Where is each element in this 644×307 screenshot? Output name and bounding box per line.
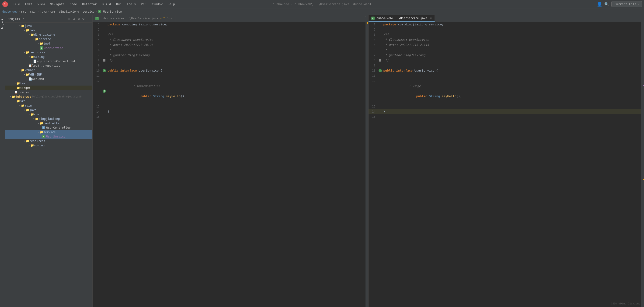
tab-more-icon[interactable]: ⋮ bbox=[638, 15, 644, 22]
tree-item-log4j[interactable]: 📋 log4j.properties bbox=[5, 63, 92, 68]
code-line: 4 * ClassName: UserService bbox=[92, 37, 368, 42]
tree-item-java[interactable]: ▾ 📁 java bbox=[5, 23, 92, 28]
method-gutter-icon[interactable]: I bbox=[103, 89, 106, 93]
menu-navigate[interactable]: Navigate bbox=[48, 1, 67, 7]
line-content bbox=[106, 73, 368, 78]
left-tab-userservice[interactable]: I dubbo-service\...\UserService.java ⚠ 2… bbox=[92, 15, 176, 22]
menu-refactor[interactable]: Refactor bbox=[80, 1, 99, 7]
tree-item-spring-1[interactable]: ▾ 📁 spring bbox=[5, 54, 92, 59]
right-tab-userservice[interactable]: I dubbo-web\...\UserService.java ✕ bbox=[368, 15, 435, 22]
line-gutter bbox=[378, 53, 382, 58]
code-line: 15 bbox=[368, 114, 644, 119]
line-gutter bbox=[378, 22, 382, 27]
tree-item-webxml[interactable]: 📄 web.xml bbox=[5, 77, 92, 81]
breadcrumb-userservice[interactable]: UserService bbox=[103, 10, 122, 13]
tree-item-webapp[interactable]: ▾ 📁 webapp bbox=[5, 68, 92, 72]
line-gutter: I bbox=[102, 78, 106, 104]
breadcrumb-java[interactable]: java bbox=[40, 10, 47, 13]
line-number: 6 bbox=[368, 47, 378, 53]
menu-window[interactable]: Window bbox=[149, 1, 165, 7]
line-gutter bbox=[102, 22, 106, 27]
interface-gutter-icon[interactable]: I bbox=[378, 69, 382, 72]
menu-build[interactable]: Build bbox=[100, 1, 113, 7]
line-gutter bbox=[102, 32, 106, 37]
project-actions: ◎ ⊟ ⊞ ⚙ — bbox=[67, 16, 90, 21]
breadcrumb-main[interactable]: main bbox=[30, 10, 36, 13]
line-number: 9 bbox=[368, 63, 378, 68]
menu-vcs[interactable]: VCS bbox=[138, 1, 148, 7]
code-line: 10 I public interface UserService { bbox=[92, 68, 368, 73]
tree-item-spring-2[interactable]: › 📁 spring bbox=[5, 143, 92, 148]
tree-item-dubbo-web[interactable]: ▾ 📁 dubbo-web D:\DingJiaxiong\IdeaProjec… bbox=[5, 94, 92, 99]
change-marker bbox=[643, 85, 644, 86]
line-number: 3 bbox=[368, 32, 378, 37]
line-content: public interface UserService { bbox=[382, 68, 644, 73]
menu-tools[interactable]: Tools bbox=[124, 1, 138, 7]
menu-edit[interactable]: Edit bbox=[23, 1, 34, 7]
left-code-editor[interactable]: 1 package com.dingjiaxiong.service; 2 3 bbox=[92, 22, 368, 307]
code-line: 1 package com.dingjiaxiong.service; bbox=[92, 22, 368, 27]
close-panel-icon[interactable]: — bbox=[86, 16, 90, 21]
tree-item-webinf[interactable]: ▾ 📁 WEB-INF bbox=[5, 72, 92, 77]
tree-item-resources-2[interactable]: ▾ 📁 resources bbox=[5, 139, 92, 143]
tree-item-impl[interactable]: › 📁 impl bbox=[5, 41, 92, 46]
tree-item-com[interactable]: ▾ 📁 com bbox=[5, 28, 92, 32]
tree-item-controller[interactable]: ▾ 📁 controller bbox=[5, 121, 92, 125]
breadcrumb-service[interactable]: service bbox=[82, 10, 94, 13]
line-number: 5 bbox=[92, 42, 102, 47]
props-icon: 📋 bbox=[28, 64, 32, 67]
search-icon[interactable]: 🔍 bbox=[604, 2, 609, 6]
tab-more-icon[interactable]: ⋮ bbox=[362, 15, 368, 22]
tree-item-test[interactable]: › 📁 test bbox=[5, 81, 92, 85]
interface-gutter-icon[interactable]: I bbox=[103, 69, 106, 72]
code-line: 8 */ bbox=[92, 58, 368, 63]
line-number: 11 bbox=[92, 73, 102, 78]
breadcrumb-module[interactable]: dubbo-web bbox=[2, 10, 18, 13]
menu-file[interactable]: File bbox=[10, 1, 22, 7]
tree-item-resources-1[interactable]: ▾ 📁 resources bbox=[5, 50, 92, 54]
sidebar-tab-project[interactable]: Project bbox=[0, 17, 5, 31]
settings-icon[interactable]: ⚙ bbox=[82, 16, 85, 21]
tree-item-java-2[interactable]: ▾ 📁 java bbox=[5, 108, 92, 112]
menu-run[interactable]: Run bbox=[114, 1, 124, 7]
breadcrumb-dingjiaxiong[interactable]: dingjiaxiong bbox=[59, 10, 79, 13]
tree-item-usercontroller[interactable]: C UserController bbox=[5, 125, 92, 130]
breadcrumb-src[interactable]: src bbox=[21, 10, 26, 13]
tree-item-dingjiaxiong-2[interactable]: ▾ 📁 dingjiaxiong bbox=[5, 117, 92, 121]
line-number: 12 bbox=[368, 78, 378, 104]
tree-item-dingjiaxiong[interactable]: ▾ 📁 dingjiaxiong bbox=[5, 32, 92, 37]
expand-arrow-icon: › bbox=[38, 42, 39, 45]
tab-interface-badge: I bbox=[96, 17, 99, 20]
folder-icon: 📁 bbox=[26, 73, 30, 76]
editor-area: I dubbo-service\...\UserService.java ⚠ 2… bbox=[92, 15, 644, 307]
tab-close-icon[interactable]: ✕ bbox=[430, 16, 432, 19]
tree-item-src[interactable]: ▾ 📁 src bbox=[5, 99, 92, 103]
account-icon[interactable]: 👤 bbox=[597, 2, 602, 6]
code-line: 1 package com.dingjiaxiong.service; bbox=[368, 22, 644, 27]
tree-item-pom[interactable]: 📋 pom.xml bbox=[5, 90, 92, 94]
line-number: 2 bbox=[92, 27, 102, 32]
menu-help[interactable]: Help bbox=[165, 1, 177, 7]
tree-item-appcontext[interactable]: 📄 applicationContext.xml bbox=[5, 59, 92, 63]
line-content: public interface UserService { bbox=[106, 68, 368, 73]
tree-item-target[interactable]: › 📁 target bbox=[5, 85, 92, 90]
collapse-all-icon[interactable]: ⊟ bbox=[72, 16, 76, 21]
locate-file-icon[interactable]: ◎ bbox=[67, 16, 71, 21]
tab-close-icon[interactable]: ✕ bbox=[171, 17, 172, 20]
tree-item-userservice-1[interactable]: I UserService bbox=[5, 46, 92, 50]
line-number: 8 bbox=[92, 58, 102, 63]
project-dropdown-arrow[interactable]: ▾ bbox=[23, 17, 24, 20]
code-line: 9 bbox=[368, 63, 644, 68]
tree-item-main[interactable]: ▾ 📁 main bbox=[5, 103, 92, 108]
tree-item-com-2[interactable]: ▾ 📁 com bbox=[5, 112, 92, 117]
breadcrumb-com[interactable]: com bbox=[50, 10, 55, 13]
expand-arrow-icon: › bbox=[28, 144, 30, 147]
right-code-editor[interactable]: 1 package com.dingjiaxiong.service; 2 3 bbox=[368, 22, 644, 307]
menu-code[interactable]: Code bbox=[68, 1, 79, 7]
expand-all-icon[interactable]: ⊞ bbox=[77, 16, 80, 21]
current-file-button[interactable]: Current File ▾ bbox=[611, 1, 642, 7]
tree-item-service-2[interactable]: ▾ 📁 service bbox=[5, 130, 92, 134]
menu-view[interactable]: View bbox=[35, 1, 47, 7]
tree-item-userservice-2[interactable]: I UserService bbox=[5, 134, 92, 139]
tree-item-service-1[interactable]: ▾ 📁 service bbox=[5, 37, 92, 41]
